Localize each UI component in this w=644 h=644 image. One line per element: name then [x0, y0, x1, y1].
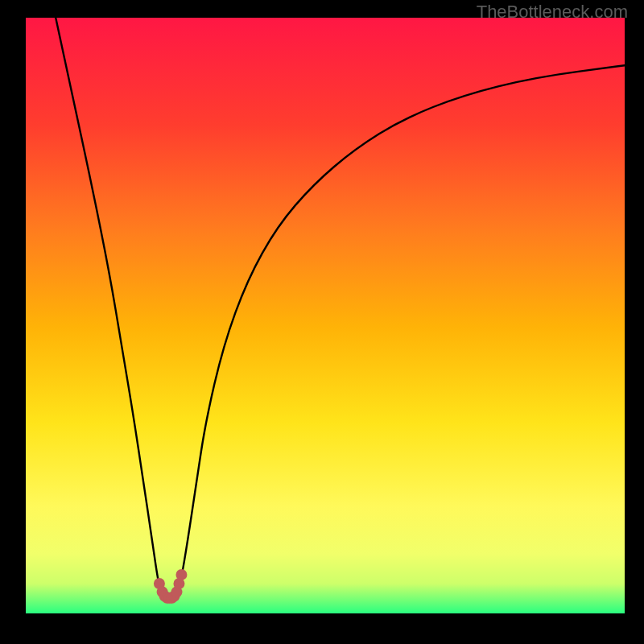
valley-dot — [171, 586, 182, 597]
bottleneck-curve — [56, 18, 625, 598]
valley-dot — [154, 578, 165, 589]
valley-dot — [162, 592, 173, 604]
valley-dot — [159, 591, 171, 602]
watermark-text: TheBottleneck.com — [477, 2, 628, 23]
plot-area — [26, 18, 625, 613]
valley-marker-dots — [154, 569, 188, 604]
chart-frame: TheBottleneck.com — [0, 0, 644, 644]
valley-dot — [164, 592, 175, 604]
plot-svg — [26, 18, 625, 613]
valley-dot — [167, 592, 178, 604]
valley-dot — [157, 586, 168, 597]
gradient-background — [26, 18, 625, 613]
valley-dot — [169, 591, 180, 602]
valley-dot — [173, 578, 184, 589]
valley-dot — [175, 569, 187, 580]
